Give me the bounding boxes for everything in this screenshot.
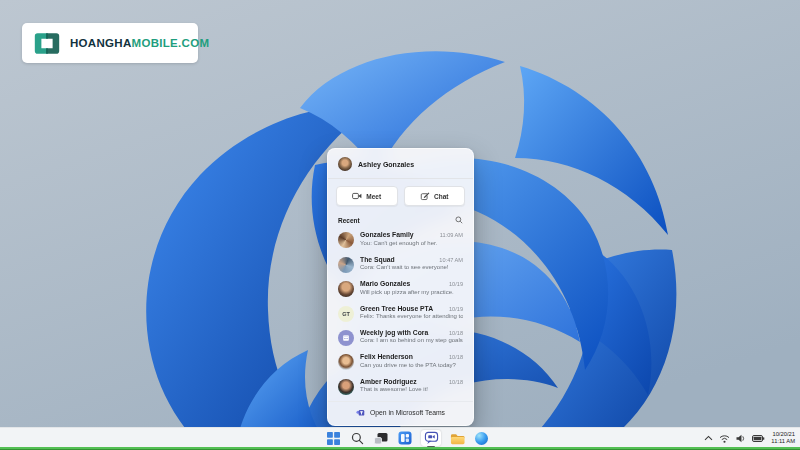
user-avatar[interactable] (338, 157, 352, 171)
conversation-row[interactable]: Weekly jog with Cora 10/18 Cora: I am so… (328, 327, 473, 348)
meet-button[interactable]: Meet (336, 186, 398, 206)
chat-button-label: Chat (434, 193, 448, 200)
brand-logo-icon (32, 31, 62, 56)
search-icon (351, 432, 364, 445)
conversation-name: Felix Henderson (360, 353, 413, 360)
edge-browser-button[interactable] (473, 430, 489, 446)
wifi-icon[interactable] (719, 434, 730, 443)
tray-date: 10/20/21 (771, 431, 795, 438)
avatar (338, 232, 354, 248)
watermark-logo: HOANGHAMOBILE.COM (22, 23, 198, 63)
conversation-preview: Can you drive me to the PTA today? (360, 362, 463, 368)
recent-label: Recent (338, 217, 360, 224)
tray-time: 11:11 AM (771, 438, 795, 445)
brand-name-secondary: MOBILE.COM (132, 37, 210, 49)
avatar (338, 257, 354, 273)
conversation-preview: Cora: I am so behind on my step goals. (360, 337, 463, 343)
avatar (338, 281, 354, 297)
chevron-up-icon[interactable] (704, 435, 713, 441)
task-view-icon (374, 432, 388, 445)
conversation-list: Gonzales Family 11:09 AM You: Can't get … (328, 225, 473, 401)
avatar-initials: GT (338, 306, 354, 322)
teams-chat-button[interactable] (421, 430, 441, 446)
brand-name-primary: HOANGHA (70, 37, 132, 49)
user-name: Ashley Gonzales (358, 161, 414, 168)
conversation-time: 10/18 (449, 354, 463, 360)
brand-name: HOANGHAMOBILE.COM (70, 37, 209, 49)
taskbar-center-icons (325, 429, 489, 447)
conversation-row[interactable]: GT Green Tree House PTA 10/19 Felix: Tha… (328, 303, 473, 324)
widgets-icon (398, 431, 412, 445)
volume-icon[interactable] (736, 434, 746, 443)
conversation-row[interactable]: Mario Gonzales 10/19 Will pick up pizza … (328, 278, 473, 299)
compose-icon (420, 191, 430, 201)
folder-icon (450, 432, 465, 445)
taskbar: 10/20/21 11:11 AM (0, 427, 800, 450)
conversation-name: Weekly jog with Cora (360, 329, 428, 336)
battery-icon[interactable] (752, 434, 765, 443)
edge-icon (475, 432, 488, 445)
conversation-name: Amber Rodriguez (360, 378, 417, 385)
conversation-preview: Will pick up pizza after my practice. (360, 289, 463, 295)
conversation-name: Gonzales Family (360, 231, 414, 238)
video-camera-icon (352, 192, 362, 200)
teams-logo-icon (356, 408, 365, 417)
conversation-time: 10:47 AM (439, 257, 463, 263)
open-in-teams-label: Open in Microsoft Teams (370, 409, 445, 416)
chat-button[interactable]: Chat (404, 186, 466, 206)
conversation-time: 10/19 (449, 281, 463, 287)
teams-chat-flyout: Ashley Gonzales Meet Chat Recent (327, 148, 474, 426)
task-view-button[interactable] (373, 430, 389, 446)
widgets-button[interactable] (397, 430, 413, 446)
open-in-teams-link[interactable]: Open in Microsoft Teams (328, 401, 473, 425)
conversation-row[interactable]: The Squad 10:47 AM Cora: Can't wait to s… (328, 254, 473, 275)
file-explorer-button[interactable] (449, 430, 465, 446)
calendar-icon (342, 334, 350, 342)
conversation-time: 10/18 (449, 379, 463, 385)
windows-logo-icon (327, 432, 340, 445)
search-icon[interactable] (455, 216, 463, 224)
conversation-preview: Felix: Thanks everyone for attending tod… (360, 313, 463, 319)
chat-bubble-icon (424, 431, 439, 445)
clock[interactable]: 10/20/21 11:11 AM (771, 431, 795, 445)
conversation-row[interactable]: Felix Henderson 10/18 Can you drive me t… (328, 351, 473, 372)
calendar-avatar (338, 330, 354, 346)
conversation-preview: You: Can't get enough of her. (360, 240, 463, 246)
start-button[interactable] (325, 430, 341, 446)
conversation-time: 10/18 (449, 330, 463, 336)
conversation-row[interactable]: Gonzales Family 11:09 AM You: Can't get … (328, 229, 473, 250)
action-buttons: Meet Chat (328, 179, 473, 210)
search-taskbar-button[interactable] (349, 430, 365, 446)
conversation-time: 10/19 (449, 306, 463, 312)
conversation-preview: Cora: Can't wait to see everyone! (360, 264, 463, 270)
avatar (338, 379, 354, 395)
conversation-name: The Squad (360, 256, 395, 263)
conversation-time: 11:09 AM (440, 232, 463, 238)
conversation-name: Mario Gonzales (360, 280, 410, 287)
flyout-header: Ashley Gonzales (328, 149, 473, 179)
conversation-row[interactable]: Amber Rodriguez 10/18 That is awesome! L… (328, 376, 473, 397)
avatar (338, 354, 354, 370)
meet-button-label: Meet (366, 193, 381, 200)
conversation-name: Green Tree House PTA (360, 305, 433, 312)
conversation-preview: That is awesome! Love it! (360, 386, 463, 392)
system-tray: 10/20/21 11:11 AM (704, 429, 795, 447)
recent-section-header: Recent (328, 210, 473, 225)
